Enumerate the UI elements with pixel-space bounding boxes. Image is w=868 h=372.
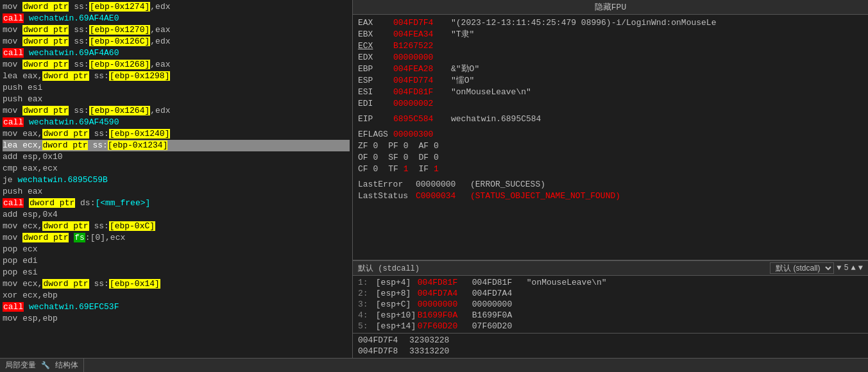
disasm-line[interactable]: mov ecx,dword ptr ss:[ebp-0x14] bbox=[3, 278, 350, 290]
disasm-line[interactable]: mov dword ptr ss:[ebp-0x1274],edx bbox=[3, 1, 350, 13]
disasm-pane[interactable]: mov dword ptr ss:[ebp-0x1274],edx call w… bbox=[0, 0, 353, 358]
disasm-line[interactable]: pop esi bbox=[3, 267, 350, 278]
lasterror-label: LastError bbox=[358, 179, 416, 190]
stack-line-4[interactable]: 4: [esp+10] B1699F0A B1699F0A bbox=[358, 310, 863, 321]
disasm-text: add esp,0x4 bbox=[3, 209, 58, 221]
reg-name-ebx: EBX bbox=[358, 29, 393, 40]
reg-row-edi: EDI 00000002 bbox=[358, 98, 863, 110]
disasm-text: pop ecx bbox=[3, 244, 38, 255]
disasm-line-selected[interactable]: lea ecx,dword ptr ss:[ebp-0x1234] bbox=[3, 140, 350, 151]
reg-name-eflags: EFLAGS bbox=[358, 129, 393, 140]
struct-label[interactable]: 结构体 bbox=[55, 360, 78, 371]
disasm-text: mov eax,dword ptr ss:[ebp-0x1240] bbox=[3, 128, 170, 140]
disasm-line[interactable]: mov dword ptr fs:[0],ecx bbox=[3, 232, 350, 244]
laststatus-desc: (STATUS_OBJECT_NAME_NOT_FOUND) bbox=[470, 190, 620, 202]
disasm-text: mov ecx,dword ptr ss:[ebp-0x14] bbox=[3, 278, 160, 290]
reg-row-lasterror: LastError 00000000 (ERROR_SUCCESS) bbox=[358, 179, 863, 190]
stack-val2: B1699F0A bbox=[467, 310, 522, 321]
disasm-line[interactable]: mov dword ptr ss:[ebp-0x126C],edx bbox=[3, 36, 350, 47]
stack-dropdown[interactable]: 默认 (stdcall) bbox=[770, 262, 834, 274]
disasm-text: call wechatwin.69AF4590 bbox=[3, 117, 119, 128]
reg-val-esi: 004FD81F bbox=[393, 87, 451, 98]
disasm-line[interactable]: push esi bbox=[3, 82, 350, 94]
disasm-line[interactable]: mov dword ptr ss:[ebp-0x1268],eax bbox=[3, 59, 350, 71]
stack-bot-addr: 004FD7F8 bbox=[358, 346, 409, 357]
reg-val-ebp: 004FEA28 bbox=[393, 63, 451, 75]
disasm-line[interactable]: mov dword ptr ss:[ebp-0x1264],edx bbox=[3, 105, 350, 117]
disasm-line[interactable]: call wechatwin.69AF4A60 bbox=[3, 47, 350, 59]
flag-sf-val: 0 bbox=[404, 152, 409, 164]
stack-bot-val: 32303228 bbox=[409, 335, 461, 346]
flag-af-val: 0 bbox=[434, 140, 439, 152]
disasm-line[interactable]: call dword ptr ds:[<mm_free>] bbox=[3, 198, 350, 209]
disasm-text: add esp,0x10 bbox=[3, 151, 63, 163]
stack-count: ▼ bbox=[837, 264, 841, 273]
disasm-line[interactable]: lea eax,dword ptr ss:[ebp-0x1298] bbox=[3, 71, 350, 82]
flag-if-label: IF bbox=[414, 164, 429, 175]
lasterror-desc: (ERROR_SUCCESS) bbox=[470, 179, 545, 190]
disasm-line[interactable]: mov esp,ebp bbox=[3, 313, 350, 325]
locals-label[interactable]: 局部变量 bbox=[5, 360, 36, 371]
stack-val1: B1699F0A bbox=[413, 310, 467, 321]
reg-desc-eip: wechatwin.6895C584 bbox=[451, 114, 541, 125]
stack-controls: 默认 (stdcall) ▼ 5 ▲ ▼ bbox=[770, 262, 863, 274]
reg-val-esp: 004FD774 bbox=[393, 75, 451, 87]
stack-inc[interactable]: ▲ bbox=[851, 264, 856, 273]
disasm-line[interactable]: xor ecx,ebp bbox=[3, 290, 350, 301]
main-area: mov dword ptr ss:[ebp-0x1274],edx call w… bbox=[0, 0, 868, 358]
bottom-bar: 局部变量 🔧 结构体 bbox=[0, 358, 868, 372]
reg-val-edi: 00000002 bbox=[393, 98, 451, 110]
disasm-line[interactable]: pop edi bbox=[3, 255, 350, 267]
reg-name-eip: EIP bbox=[358, 114, 393, 125]
disasm-text: call wechatwin.69EFC53F bbox=[3, 301, 119, 313]
stack-line-2[interactable]: 2: [esp+8] 004FD7A4 004FD7A4 bbox=[358, 288, 863, 299]
disasm-line[interactable]: add esp,0x4 bbox=[3, 209, 350, 221]
disasm-line[interactable]: call wechatwin.69AF4590 bbox=[3, 117, 350, 128]
disasm-text: push esi bbox=[3, 82, 42, 94]
reg-name-edx: EDX bbox=[358, 52, 393, 63]
stack-bot-val: 33313220 bbox=[409, 346, 461, 357]
disasm-text: mov esp,ebp bbox=[3, 313, 58, 325]
disasm-line[interactable]: pop ecx bbox=[3, 244, 350, 255]
disasm-line[interactable]: add esp,0x10 bbox=[3, 151, 350, 163]
hide-fpu-label: 隐藏FPU bbox=[595, 3, 626, 12]
stack-val2: 004FD81F bbox=[467, 277, 522, 288]
stack-idx: 5: bbox=[358, 321, 371, 332]
disasm-line[interactable]: mov eax,dword ptr ss:[ebp-0x1240] bbox=[3, 128, 350, 140]
disasm-line[interactable]: push eax bbox=[3, 186, 350, 198]
reg-row-ebx: EBX 004FEA34 "T隶" bbox=[358, 29, 863, 40]
stack-line-5[interactable]: 5: [esp+14] 07F60D20 07F60D20 bbox=[358, 321, 863, 332]
disasm-line[interactable]: cmp eax,ecx bbox=[3, 163, 350, 174]
flag-cf-val: 0 bbox=[373, 164, 379, 175]
disasm-line[interactable]: call wechatwin.69EFC53F bbox=[3, 301, 350, 313]
stack-bottom-row-2[interactable]: 004FD7F8 33313220 bbox=[358, 346, 863, 357]
reg-val-eflags: 00000300 bbox=[393, 129, 451, 140]
stack-offset: [esp+4] bbox=[371, 277, 413, 288]
stack-line-1[interactable]: 1: [esp+4] 004FD81F 004FD81F "onMouseLea… bbox=[358, 277, 863, 288]
reg-val-eax: 004FD7F4 bbox=[393, 17, 451, 29]
stack-val1: 07F60D20 bbox=[413, 321, 467, 332]
reg-val-ebx: 004FEA34 bbox=[393, 29, 451, 40]
stack-line-3[interactable]: 3: [esp+C] 00000000 00000000 bbox=[358, 299, 863, 310]
stack-dec[interactable]: ▼ bbox=[858, 264, 863, 273]
flags-row-2: OF 0 SF 0 DF 0 bbox=[358, 152, 863, 164]
disasm-text: push eax bbox=[3, 186, 42, 198]
disasm-text: call wechatwin.69AF4A60 bbox=[3, 47, 119, 59]
disasm-line[interactable]: mov ecx,dword ptr ss:[ebp-0xC] bbox=[3, 221, 350, 232]
disasm-line[interactable]: je wechatwin.6895C59B bbox=[3, 174, 350, 186]
flag-pf-label: PF bbox=[383, 140, 398, 152]
flag-zf-label: ZF bbox=[358, 140, 368, 152]
reg-name-ecx: ECX bbox=[358, 40, 393, 52]
disasm-text: mov dword ptr ss:[ebp-0x1264],edx bbox=[3, 105, 171, 117]
disasm-text: mov dword ptr ss:[ebp-0x1268],eax bbox=[3, 59, 171, 71]
flag-sf-label: SF bbox=[383, 152, 398, 164]
disasm-line[interactable]: call wechatwin.69AF4AE0 bbox=[3, 13, 350, 24]
disasm-line[interactable]: mov dword ptr ss:[ebp-0x1270],eax bbox=[3, 24, 350, 36]
stack-bottom-row-1[interactable]: 004FD7F4 32303228 bbox=[358, 335, 863, 346]
reg-desc-ebp: &"勤O" bbox=[451, 63, 479, 75]
reg-row-ecx: ECX B1267522 bbox=[358, 40, 863, 52]
reg-row-ebp: EBP 004FEA28 &"勤O" bbox=[358, 63, 863, 75]
disasm-line[interactable]: push eax bbox=[3, 94, 350, 105]
reg-name-edi: EDI bbox=[358, 98, 393, 110]
stack-val2: 00000000 bbox=[467, 299, 522, 310]
